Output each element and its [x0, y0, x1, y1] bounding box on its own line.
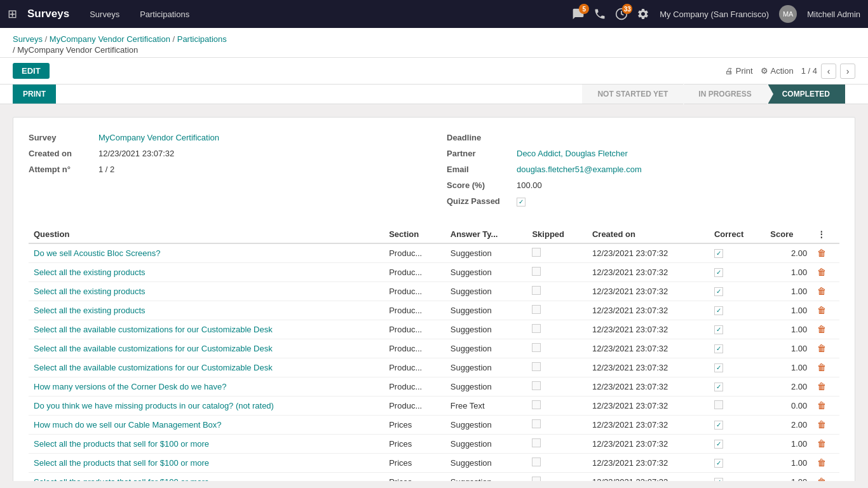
breadcrumb-participations[interactable]: Participations	[177, 34, 227, 44]
chat-icon[interactable]: 5	[572, 8, 585, 20]
cell-question[interactable]: Select all the existing products	[29, 262, 384, 281]
skipped-checkbox[interactable]	[532, 248, 541, 257]
correct-checkbox[interactable]: ✓	[714, 478, 723, 481]
edit-button[interactable]: EDIT	[13, 63, 50, 79]
app-title: Surveys	[27, 8, 69, 20]
user-name[interactable]: Mitchell Admin	[807, 10, 860, 19]
cell-question[interactable]: Select all the available customizations …	[29, 320, 384, 339]
table-row: Select all the available customizations …	[29, 339, 839, 358]
cell-delete[interactable]: 🗑	[812, 320, 839, 339]
skipped-checkbox[interactable]	[532, 324, 541, 333]
cell-section: Produc...	[384, 281, 445, 301]
delete-icon: 🗑	[817, 362, 826, 372]
correct-checkbox[interactable]: ✓	[714, 306, 723, 315]
correct-checkbox[interactable]: ✓	[714, 383, 723, 391]
action-button[interactable]: ⚙ Action	[761, 66, 794, 76]
correct-checkbox[interactable]: ✓	[714, 325, 723, 334]
correct-checkbox[interactable]: ✓	[714, 440, 723, 449]
cell-question[interactable]: How much do we sell our Cable Management…	[29, 415, 384, 434]
cell-delete[interactable]: 🗑	[812, 243, 839, 263]
cell-skipped	[527, 377, 587, 396]
print-action-button[interactable]: PRINT	[13, 85, 56, 104]
cell-delete[interactable]: 🗑	[812, 358, 839, 377]
cell-question[interactable]: Select all the available customizations …	[29, 339, 384, 358]
skipped-checkbox[interactable]	[532, 419, 541, 428]
cell-score: 1.00	[765, 262, 812, 281]
breadcrumb-surveys[interactable]: Surveys	[13, 34, 43, 44]
status-completed[interactable]: COMPLETED	[767, 85, 845, 104]
correct-checkbox[interactable]	[714, 400, 723, 409]
cell-delete[interactable]: 🗑	[812, 281, 839, 301]
cell-question[interactable]: Select all the products that sell for $1…	[29, 434, 384, 453]
cell-section: Produc...	[384, 339, 445, 358]
skipped-checkbox[interactable]	[532, 438, 541, 447]
cell-answer-type: Suggestion	[445, 434, 527, 453]
cell-delete[interactable]: 🗑	[812, 262, 839, 281]
delete-icon: 🗑	[817, 381, 826, 391]
cell-question[interactable]: Do we sell Acoustic Bloc Screens?	[29, 243, 384, 263]
correct-checkbox[interactable]: ✓	[714, 249, 723, 258]
cell-question[interactable]: Do you think we have missing products in…	[29, 396, 384, 415]
form-right: Deadline Partner Deco Addict, Douglas Fl…	[447, 133, 839, 213]
skipped-checkbox[interactable]	[532, 381, 541, 390]
survey-value[interactable]: MyCompany Vendor Certification	[98, 133, 219, 142]
pagination-next[interactable]: ›	[840, 64, 855, 79]
cell-created-on: 12/23/2021 23:07:32	[587, 281, 709, 301]
cell-delete[interactable]: 🗑	[812, 472, 839, 481]
grid-menu-icon[interactable]: ⊞	[8, 7, 17, 21]
nav-participations[interactable]: Participations	[135, 7, 194, 22]
cell-answer-type: Suggestion	[445, 301, 527, 320]
skipped-checkbox[interactable]	[532, 305, 541, 314]
cell-delete[interactable]: 🗑	[812, 453, 839, 472]
cell-created-on: 12/23/2021 23:07:32	[587, 415, 709, 434]
correct-checkbox[interactable]: ✓	[714, 363, 723, 372]
skipped-checkbox[interactable]	[532, 477, 541, 482]
cell-question[interactable]: Select all the existing products	[29, 301, 384, 320]
phone-icon[interactable]	[593, 8, 606, 20]
th-menu[interactable]: ⋮	[812, 226, 839, 243]
correct-checkbox[interactable]: ✓	[714, 459, 723, 468]
cell-question[interactable]: Select all the existing products	[29, 281, 384, 301]
cell-delete[interactable]: 🗑	[812, 396, 839, 415]
cell-delete[interactable]: 🗑	[812, 339, 839, 358]
partner-value[interactable]: Deco Addict, Douglas Fletcher	[517, 149, 628, 158]
quiz-passed-checkbox[interactable]: ✓	[517, 198, 526, 207]
settings-icon[interactable]	[637, 8, 649, 20]
cell-created-on: 12/23/2021 23:07:32	[587, 453, 709, 472]
table-row: How many versions of the Corner Desk do …	[29, 377, 839, 396]
cell-question[interactable]: Select all the products that sell for $1…	[29, 453, 384, 472]
correct-checkbox[interactable]: ✓	[714, 268, 723, 277]
skipped-checkbox[interactable]	[532, 458, 541, 466]
cell-delete[interactable]: 🗑	[812, 434, 839, 453]
cell-question[interactable]: How many versions of the Corner Desk do …	[29, 377, 384, 396]
skipped-checkbox[interactable]	[532, 286, 541, 295]
cell-question[interactable]: Select all the available customizations …	[29, 358, 384, 377]
nav-surveys[interactable]: Surveys	[85, 7, 125, 22]
pagination-prev[interactable]: ‹	[821, 64, 836, 79]
cell-delete[interactable]: 🗑	[812, 301, 839, 320]
skipped-checkbox[interactable]	[532, 400, 541, 409]
breadcrumb-certification[interactable]: MyCompany Vendor Certification	[50, 34, 170, 44]
correct-checkbox[interactable]: ✓	[714, 344, 723, 353]
activity-icon[interactable]: 33	[615, 8, 628, 20]
correct-checkbox[interactable]: ✓	[714, 421, 723, 430]
table-row: Select all the products that sell for $1…	[29, 472, 839, 481]
skipped-checkbox[interactable]	[532, 267, 541, 276]
correct-checkbox[interactable]: ✓	[714, 287, 723, 296]
cell-delete[interactable]: 🗑	[812, 377, 839, 396]
status-not-started[interactable]: NOT STARTED YET	[582, 85, 683, 104]
cell-correct: ✓	[709, 434, 765, 453]
toolbar: EDIT 🖨 Print ⚙ Action 1 / 4 ‹ ›	[0, 58, 868, 85]
th-answer-type: Answer Ty...	[445, 226, 527, 243]
skipped-checkbox[interactable]	[532, 362, 541, 371]
print-button[interactable]: 🖨 Print	[725, 66, 753, 76]
email-value[interactable]: douglas.fletcher51@example.com	[517, 165, 642, 174]
score-field: Score (%) 100.00	[447, 180, 839, 190]
cell-score: 1.00	[765, 434, 812, 453]
skipped-checkbox[interactable]	[532, 343, 541, 352]
cell-question[interactable]: Select all the products that sell for $1…	[29, 472, 384, 481]
cell-created-on: 12/23/2021 23:07:32	[587, 434, 709, 453]
status-in-progress[interactable]: IN PROGRESS	[683, 85, 766, 104]
cell-section: Prices	[384, 453, 445, 472]
cell-delete[interactable]: 🗑	[812, 415, 839, 434]
